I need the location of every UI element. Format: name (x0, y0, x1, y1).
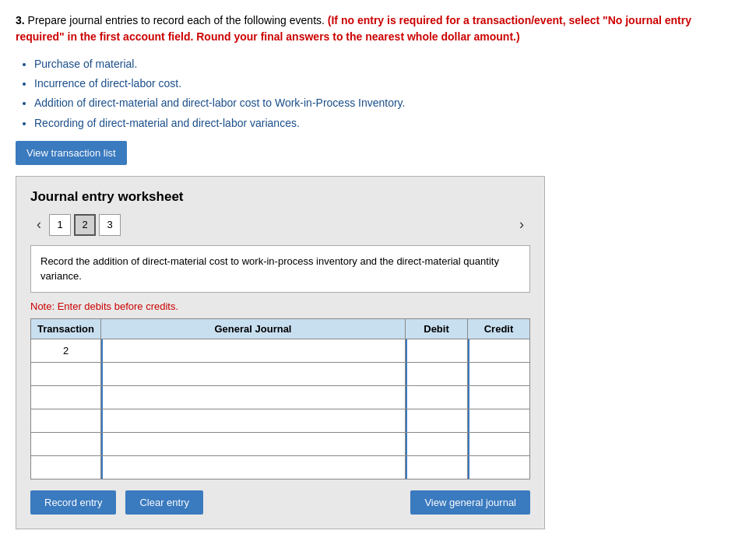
pagination-row: ‹ 1 2 3 › (30, 214, 530, 236)
question-header: 3. Prepare journal entries to record eac… (16, 12, 740, 45)
bullet-1: Purchase of material. (34, 54, 740, 74)
table-row (31, 432, 530, 455)
credit-input-6[interactable] (468, 456, 529, 479)
journal-input-5[interactable] (101, 433, 405, 455)
page-3-button[interactable]: 3 (99, 214, 121, 236)
debit-input-3[interactable] (406, 386, 467, 409)
transaction-cell-3 (31, 385, 101, 409)
instruction-text: Record the addition of direct-material c… (40, 255, 499, 283)
journal-input-4[interactable] (101, 409, 405, 432)
debit-cell-1[interactable] (406, 339, 468, 362)
transaction-cell-2 (31, 362, 101, 385)
journal-cell-3[interactable] (101, 385, 406, 409)
journal-input-1[interactable] (101, 339, 405, 362)
bottom-buttons: Record entry Clear entry View general jo… (30, 490, 530, 515)
worksheet-title: Journal entry worksheet (30, 189, 530, 205)
page-1-button[interactable]: 1 (49, 214, 71, 236)
debit-input-4[interactable] (406, 409, 467, 432)
question-number: 3. (16, 14, 25, 26)
table-row (31, 385, 530, 409)
col-header-transaction: Transaction (31, 318, 101, 339)
transaction-cell-1: 2 (31, 339, 101, 362)
journal-cell-6[interactable] (101, 455, 406, 479)
credit-input-4[interactable] (468, 409, 529, 432)
transaction-cell-6 (31, 455, 101, 479)
col-header-general-journal: General Journal (101, 318, 406, 339)
question-intro: Prepare journal entries to record each o… (28, 14, 325, 26)
note-text: Note: Enter debits before credits. (30, 300, 530, 312)
clear-entry-button[interactable]: Clear entry (125, 490, 203, 515)
table-row (31, 455, 530, 479)
credit-cell-5[interactable] (468, 432, 530, 455)
page-2-button[interactable]: 2 (74, 214, 96, 236)
credit-input-5[interactable] (468, 433, 529, 455)
prev-page-button[interactable]: ‹ (30, 215, 47, 234)
journal-cell-1[interactable] (101, 339, 406, 362)
transaction-cell-5 (31, 432, 101, 455)
journal-cell-2[interactable] (101, 362, 406, 385)
credit-cell-3[interactable] (468, 385, 530, 409)
table-row: 2 (31, 339, 530, 362)
debit-cell-3[interactable] (406, 385, 468, 409)
credit-cell-1[interactable] (468, 339, 530, 362)
next-page-button[interactable]: › (513, 215, 530, 234)
credit-input-2[interactable] (468, 363, 529, 385)
worksheet-container: Journal entry worksheet ‹ 1 2 3 › Record… (16, 176, 545, 529)
bullet-list: Purchase of material. Incurrence of dire… (34, 54, 740, 133)
journal-input-6[interactable] (101, 456, 405, 479)
credit-cell-6[interactable] (468, 455, 530, 479)
credit-cell-4[interactable] (468, 409, 530, 432)
bullet-3: Addition of direct-material and direct-l… (34, 93, 740, 113)
col-header-credit: Credit (468, 318, 530, 339)
journal-input-2[interactable] (101, 363, 405, 385)
debit-cell-5[interactable] (406, 432, 468, 455)
debit-cell-2[interactable] (406, 362, 468, 385)
view-general-journal-button[interactable]: View general journal (410, 490, 530, 515)
debit-input-2[interactable] (406, 363, 467, 385)
debit-cell-6[interactable] (406, 455, 468, 479)
debit-input-1[interactable] (406, 339, 467, 362)
debit-input-6[interactable] (406, 456, 467, 479)
col-header-debit: Debit (406, 318, 468, 339)
record-entry-button[interactable]: Record entry (30, 490, 116, 515)
journal-table: Transaction General Journal Debit Credit… (30, 318, 530, 480)
credit-cell-2[interactable] (468, 362, 530, 385)
debit-input-5[interactable] (406, 433, 467, 455)
credit-input-3[interactable] (468, 386, 529, 409)
view-transaction-button[interactable]: View transaction list (16, 141, 127, 165)
journal-cell-5[interactable] (101, 432, 406, 455)
debit-cell-4[interactable] (406, 409, 468, 432)
table-row (31, 362, 530, 385)
credit-input-1[interactable] (468, 339, 529, 362)
journal-input-3[interactable] (101, 386, 405, 409)
bullet-4: Recording of direct-material and direct-… (34, 114, 740, 133)
instruction-box: Record the addition of direct-material c… (30, 245, 530, 293)
transaction-cell-4 (31, 409, 101, 432)
table-row (31, 409, 530, 432)
journal-cell-4[interactable] (101, 409, 406, 432)
bullet-2: Incurrence of direct-labor cost. (34, 74, 740, 93)
